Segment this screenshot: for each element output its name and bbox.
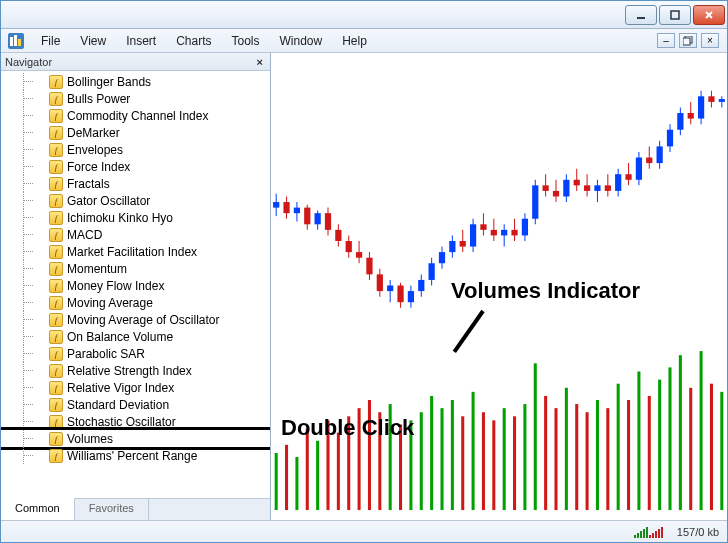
svg-rect-140 bbox=[710, 384, 713, 510]
status-traffic: 157/0 kb bbox=[677, 526, 719, 538]
svg-rect-100 bbox=[295, 457, 298, 510]
indicator-volumes[interactable]: fVolumes bbox=[1, 430, 270, 447]
indicator-label: On Balance Volume bbox=[67, 330, 173, 344]
indicator-icon: f bbox=[49, 262, 63, 276]
svg-rect-119 bbox=[492, 420, 495, 510]
svg-rect-107 bbox=[368, 400, 371, 510]
indicator-bulls-power[interactable]: fBulls Power bbox=[1, 90, 270, 107]
svg-rect-103 bbox=[326, 420, 329, 510]
navigator-header: Navigator × bbox=[1, 53, 270, 71]
svg-rect-116 bbox=[461, 416, 464, 510]
app-icon bbox=[7, 32, 25, 50]
indicator-macd[interactable]: fMACD bbox=[1, 226, 270, 243]
indicator-market-facilitation-index[interactable]: fMarket Facilitation Index bbox=[1, 243, 270, 260]
indicator-icon: f bbox=[49, 143, 63, 157]
indicator-money-flow-index[interactable]: fMoney Flow Index bbox=[1, 277, 270, 294]
svg-rect-57 bbox=[511, 230, 517, 236]
menu-insert[interactable]: Insert bbox=[116, 31, 166, 51]
menu-file[interactable]: File bbox=[31, 31, 70, 51]
indicator-label: Force Index bbox=[67, 160, 130, 174]
titlebar bbox=[1, 1, 727, 29]
svg-rect-77 bbox=[615, 174, 621, 191]
svg-rect-106 bbox=[358, 408, 361, 510]
indicator-icon: f bbox=[49, 432, 63, 446]
svg-rect-95 bbox=[708, 96, 714, 102]
menu-view[interactable]: View bbox=[70, 31, 116, 51]
svg-rect-124 bbox=[544, 396, 547, 510]
svg-rect-63 bbox=[543, 185, 549, 191]
svg-rect-47 bbox=[460, 241, 466, 247]
svg-rect-98 bbox=[275, 453, 278, 510]
menubar: FileViewInsertChartsToolsWindowHelp – × bbox=[1, 29, 727, 53]
menu-tools[interactable]: Tools bbox=[222, 31, 270, 51]
indicator-relative-strength-index[interactable]: fRelative Strength Index bbox=[1, 362, 270, 379]
indicator-williams-percent-range[interactable]: fWilliams' Percent Range bbox=[1, 447, 270, 464]
close-button[interactable] bbox=[693, 5, 725, 25]
indicator-label: Moving Average of Oscillator bbox=[67, 313, 220, 327]
svg-rect-7 bbox=[18, 39, 21, 46]
svg-rect-37 bbox=[408, 291, 414, 302]
svg-rect-49 bbox=[470, 224, 476, 246]
menu-window[interactable]: Window bbox=[270, 31, 333, 51]
svg-rect-73 bbox=[594, 185, 600, 191]
navigator-panel: Navigator × fBollinger BandsfBulls Power… bbox=[1, 53, 271, 520]
indicator-standard-deviation[interactable]: fStandard Deviation bbox=[1, 396, 270, 413]
indicator-ichimoku-kinko-hyo[interactable]: fIchimoku Kinko Hyo bbox=[1, 209, 270, 226]
navigator-title: Navigator bbox=[5, 56, 52, 68]
svg-rect-108 bbox=[378, 412, 381, 510]
svg-rect-104 bbox=[337, 433, 340, 510]
tab-favorites[interactable]: Favorites bbox=[75, 499, 149, 520]
mdi-close-button[interactable]: × bbox=[701, 33, 719, 48]
svg-rect-123 bbox=[534, 363, 537, 510]
svg-rect-5 bbox=[10, 37, 13, 46]
svg-rect-41 bbox=[429, 263, 435, 280]
indicator-bollinger-bands[interactable]: fBollinger Bands bbox=[1, 73, 270, 90]
svg-rect-137 bbox=[679, 355, 682, 510]
indicator-force-index[interactable]: fForce Index bbox=[1, 158, 270, 175]
menu-help[interactable]: Help bbox=[332, 31, 377, 51]
indicator-relative-vigor-index[interactable]: fRelative Vigor Index bbox=[1, 379, 270, 396]
indicator-envelopes[interactable]: fEnvelopes bbox=[1, 141, 270, 158]
indicator-commodity-channel-index[interactable]: fCommodity Channel Index bbox=[1, 107, 270, 124]
indicator-icon: f bbox=[49, 313, 63, 327]
mdi-restore-button[interactable] bbox=[679, 33, 697, 48]
indicator-icon: f bbox=[49, 330, 63, 344]
chart-area[interactable]: Volumes Indicator Double Click bbox=[271, 53, 727, 520]
indicator-stochastic-oscillator[interactable]: fStochastic Oscillator bbox=[1, 413, 270, 430]
svg-rect-136 bbox=[668, 367, 671, 510]
indicator-tree[interactable]: fBollinger BandsfBulls PowerfCommodity C… bbox=[1, 71, 270, 498]
svg-rect-19 bbox=[315, 213, 321, 224]
svg-rect-122 bbox=[523, 404, 526, 510]
svg-rect-115 bbox=[451, 400, 454, 510]
indicator-fractals[interactable]: fFractals bbox=[1, 175, 270, 192]
svg-rect-113 bbox=[430, 396, 433, 510]
svg-rect-79 bbox=[625, 174, 631, 180]
indicator-moving-average[interactable]: fMoving Average bbox=[1, 294, 270, 311]
indicator-label: Standard Deviation bbox=[67, 398, 169, 412]
indicator-icon: f bbox=[49, 347, 63, 361]
indicator-label: Market Facilitation Index bbox=[67, 245, 197, 259]
indicator-moving-average-of-oscillator[interactable]: fMoving Average of Oscillator bbox=[1, 311, 270, 328]
indicator-icon: f bbox=[49, 92, 63, 106]
indicator-momentum[interactable]: fMomentum bbox=[1, 260, 270, 277]
indicator-label: Commodity Channel Index bbox=[67, 109, 208, 123]
indicator-on-balance-volume[interactable]: fOn Balance Volume bbox=[1, 328, 270, 345]
menu-charts[interactable]: Charts bbox=[166, 31, 221, 51]
svg-rect-118 bbox=[482, 412, 485, 510]
indicator-icon: f bbox=[49, 449, 63, 463]
mdi-minimize-button[interactable]: – bbox=[657, 33, 675, 48]
navigator-close-button[interactable]: × bbox=[254, 56, 266, 68]
svg-rect-45 bbox=[449, 241, 455, 252]
indicator-parabolic-sar[interactable]: fParabolic SAR bbox=[1, 345, 270, 362]
minimize-button[interactable] bbox=[625, 5, 657, 25]
svg-rect-75 bbox=[605, 185, 611, 191]
indicator-gator-oscillator[interactable]: fGator Oscillator bbox=[1, 192, 270, 209]
tab-common[interactable]: Common bbox=[1, 498, 75, 520]
indicator-demarker[interactable]: fDeMarker bbox=[1, 124, 270, 141]
svg-rect-93 bbox=[698, 96, 704, 118]
indicator-icon: f bbox=[49, 415, 63, 429]
svg-rect-135 bbox=[658, 380, 661, 510]
indicator-label: Williams' Percent Range bbox=[67, 449, 197, 463]
svg-rect-128 bbox=[586, 412, 589, 510]
maximize-button[interactable] bbox=[659, 5, 691, 25]
